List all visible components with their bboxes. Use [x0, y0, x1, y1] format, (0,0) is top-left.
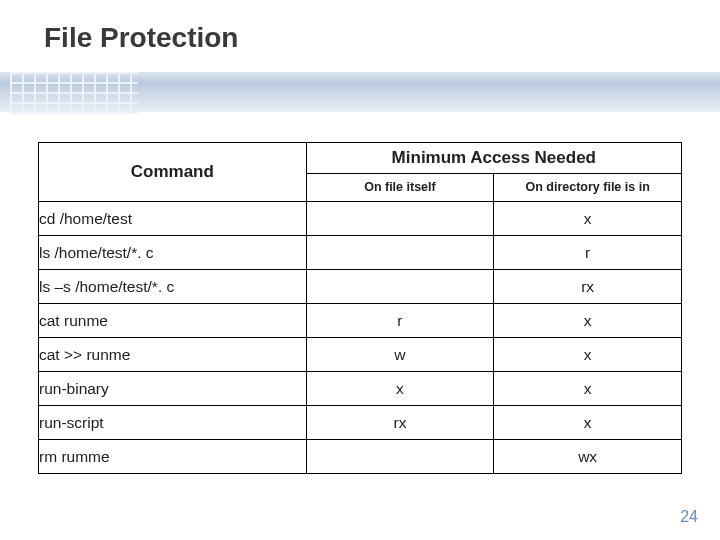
cell-file: r [306, 304, 494, 338]
cell-dir: rx [494, 270, 682, 304]
cell-command: rm rumme [39, 440, 307, 474]
header-min-access: Minimum Access Needed [306, 143, 681, 174]
cell-dir: wx [494, 440, 682, 474]
cell-file [306, 202, 494, 236]
table-header-row: Command Minimum Access Needed [39, 143, 682, 174]
cell-dir: x [494, 338, 682, 372]
subheader-file: On file itself [306, 173, 494, 201]
cell-command: cd /home/test [39, 202, 307, 236]
table-row: cd /home/test x [39, 202, 682, 236]
cell-command: run-binary [39, 372, 307, 406]
table-row: rm rumme wx [39, 440, 682, 474]
page-number: 24 [680, 508, 698, 526]
cell-command: cat runme [39, 304, 307, 338]
slide-title: File Protection [44, 22, 238, 54]
cell-dir: x [494, 304, 682, 338]
cell-file [306, 236, 494, 270]
table-row: ls /home/test/*. c r [39, 236, 682, 270]
cell-command: ls /home/test/*. c [39, 236, 307, 270]
table-row: cat runme r x [39, 304, 682, 338]
cell-command: ls –s /home/test/*. c [39, 270, 307, 304]
cell-dir: x [494, 406, 682, 440]
cell-dir: x [494, 372, 682, 406]
permissions-table: Command Minimum Access Needed On file it… [38, 142, 682, 474]
table-row: ls –s /home/test/*. c rx [39, 270, 682, 304]
table-row: cat >> runme w x [39, 338, 682, 372]
subheader-dir: On directory file is in [494, 173, 682, 201]
cell-file: x [306, 372, 494, 406]
cell-dir: r [494, 236, 682, 270]
cell-dir: x [494, 202, 682, 236]
table-row: run-script rx x [39, 406, 682, 440]
header-command: Command [39, 143, 307, 202]
cell-command: cat >> runme [39, 338, 307, 372]
cell-file [306, 440, 494, 474]
table-row: run-binary x x [39, 372, 682, 406]
cell-command: run-script [39, 406, 307, 440]
cell-file [306, 270, 494, 304]
cell-file: w [306, 338, 494, 372]
cell-file: rx [306, 406, 494, 440]
